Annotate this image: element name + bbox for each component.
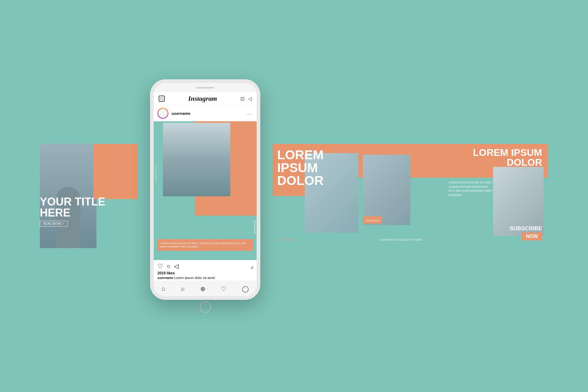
left-card-title: YOUR TITLE HERE: [40, 196, 135, 218]
avatar-ring: [157, 108, 168, 119]
left-card-text-block: YOUR TITLE HERE READ MORE >: [40, 196, 135, 227]
post-actions: ♡ ○ ◁ ⌟ 2019 likes username Lorem ipsum …: [154, 260, 257, 281]
read-more-button[interactable]: READ MORE >: [40, 221, 68, 227]
add-nav-icon[interactable]: ⊕: [200, 285, 205, 292]
banner1-lorem-small: LOREM IPSUM: [277, 236, 296, 242]
banner3-teal-accent: [444, 178, 449, 202]
post-image-area: LOREM IPSUM LOREM IPSUM DOLOR SIT AMET, …: [154, 121, 257, 260]
camera-icon[interactable]: [159, 96, 165, 102]
phone-nav-bar: ⌂ ⌕ ⊕ ♡ ◯: [154, 281, 257, 296]
caption-text: Lorem ipsum dolor sit amet: [174, 276, 215, 280]
instagram-logo: Instagram: [188, 95, 217, 103]
post-options-dots[interactable]: ...: [247, 111, 253, 116]
activity-icon[interactable]: ⊡: [240, 96, 244, 102]
banner-card-3: LOREM IPSUM DOLOR LOREM IPSUM DOLOR SIT …: [444, 144, 548, 248]
banner2-label-text: LOREM IPSUM DOLOR SIT AMET: [380, 238, 423, 241]
send-icon[interactable]: ◁: [248, 96, 252, 102]
post-header: username ...: [154, 105, 257, 121]
subscribe-label: SUBSCRIBE: [510, 225, 542, 232]
orange-caption-block: LOREM IPSUM DOLOR SIT AMET, CONSECTETUER…: [157, 239, 253, 251]
left-card-orange-accent: [93, 144, 138, 199]
right-banner-cards: LOREM IPSUM DOLOR LOREM IPSUM LOREM IPSU…: [273, 144, 548, 248]
banner-card-1: LOREM IPSUM DOLOR LOREM IPSUM: [273, 144, 358, 248]
main-scene: YOUR TITLE HERE READ MORE > Instagram ⊡ …: [49, 79, 539, 313]
heart-nav-icon[interactable]: ♡: [221, 285, 226, 292]
phone-mockup: Instagram ⊡ ◁ username ...: [150, 79, 260, 313]
phone-body: Instagram ⊡ ◁ username ...: [150, 79, 260, 300]
likes-count: 2019 likes: [157, 271, 253, 275]
post-username[interactable]: username: [172, 111, 247, 116]
banner2-person-photo: [363, 155, 410, 225]
phone-speaker: [196, 87, 214, 89]
person-block: [163, 123, 230, 196]
comment-icon[interactable]: ○: [167, 263, 170, 270]
banner3-description: LOREM IPSUM DOLOR SIT AMET, CONSECTETUER…: [449, 181, 493, 197]
banner1-title: LOREM IPSUM DOLOR: [277, 149, 352, 187]
phone-content: Instagram ⊡ ◁ username ...: [154, 92, 257, 296]
search-nav-icon[interactable]: ⌕: [181, 285, 185, 292]
ig-header-icons: ⊡ ◁: [240, 96, 252, 102]
share-icon[interactable]: ◁: [174, 262, 179, 270]
banner2-lorem-tag: LOREM IPSUM: [363, 216, 382, 224]
subscribe-now-button[interactable]: NOW: [522, 232, 542, 240]
bookmark-icon[interactable]: ⌟: [251, 263, 253, 270]
banner3-title: LOREM IPSUM DOLOR: [450, 148, 542, 167]
heart-icon[interactable]: ♡: [157, 262, 163, 270]
side-text-vertical: LOREM IPSUM: [154, 163, 158, 184]
banner3-description-text: LOREM IPSUM DOLOR SIT AMET, CONSECTETUER…: [449, 181, 493, 197]
banner2-bottom-label: LOREM IPSUM DOLOR SIT AMET: [361, 236, 441, 242]
banner1-lorem-text: LOREM IPSUM: [277, 238, 296, 241]
caption-username: username: [157, 276, 173, 280]
read-more-side-label[interactable]: READ MORE: [253, 219, 257, 236]
banner2-lorem-tag-text: LOREM IPSUM: [365, 220, 380, 222]
caption-line: username Lorem ipsum dolor sit amet: [157, 276, 253, 280]
home-nav-icon[interactable]: ⌂: [161, 285, 165, 292]
avatar-inner: [158, 109, 168, 118]
phone-notch-bar: [154, 83, 257, 92]
orange-caption-text: LOREM IPSUM DOLOR SIT AMET, CONSECTETUER…: [160, 242, 251, 248]
action-icons-row: ♡ ○ ◁ ⌟: [157, 262, 253, 270]
phone-home-button[interactable]: [200, 302, 211, 313]
post-person-photo: [163, 123, 230, 196]
left-card: YOUR TITLE HERE READ MORE >: [40, 144, 138, 248]
subscribe-now-text: NOW: [526, 234, 538, 239]
banner3-subscribe-block: SUBSCRIBE NOW: [510, 225, 542, 240]
ig-header: Instagram ⊡ ◁: [154, 92, 257, 105]
banner-card-2: LOREM IPSUM LOREM IPSUM DOLOR SIT AMET: [358, 144, 444, 248]
profile-nav-icon[interactable]: ◯: [242, 285, 249, 292]
